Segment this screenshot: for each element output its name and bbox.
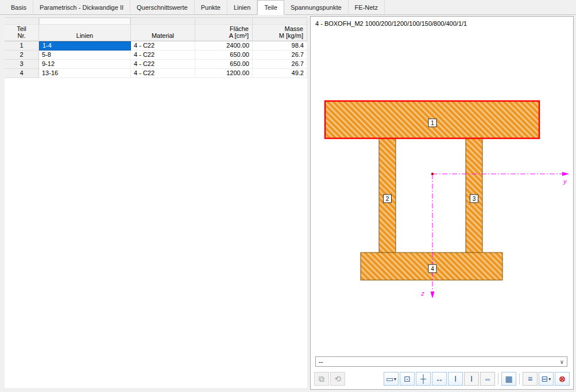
- dropdown-arrow-icon: ▾: [548, 377, 551, 382]
- zoom-all-icon: ⊗: [559, 374, 566, 383]
- row-2-masse[interactable]: 26.7: [253, 51, 307, 60]
- axis-z-arrow: [431, 292, 435, 298]
- section-drawing: y z 1 2 3 4: [311, 17, 573, 389]
- show-dimensions-button[interactable]: ↔: [432, 372, 447, 386]
- section-filled-icon: Ⅰ: [454, 374, 457, 383]
- display-properties-icon: ▭: [386, 374, 393, 383]
- axis-y-arrow: [562, 172, 569, 176]
- header-teil-nr: Teil Nr.: [5, 18, 39, 41]
- zoom-all-button[interactable]: ⊗: [555, 372, 570, 386]
- row-4-number[interactable]: 4: [5, 69, 39, 78]
- part-label-4: 4: [428, 265, 436, 273]
- tab-basis[interactable]: Basis: [5, 0, 33, 14]
- toolbar-separator: [519, 373, 520, 385]
- header-flaeche: Fläche A [cm²]: [195, 18, 253, 41]
- svg-text:3: 3: [473, 196, 476, 202]
- dropdown-arrow-icon: ▾: [394, 377, 396, 382]
- toolbar-separator: [498, 373, 498, 385]
- show-section-filled-button[interactable]: Ⅰ: [448, 372, 463, 386]
- part-label-1: 1: [428, 119, 436, 127]
- show-table-button[interactable]: ▦: [501, 372, 516, 386]
- tab-linien[interactable]: Linien: [227, 0, 257, 14]
- centroid-point: [431, 173, 434, 175]
- show-axes-button[interactable]: ┼: [416, 372, 431, 386]
- section-preview-panel: 4 - BOXOFH_M2 1000/200/1200/100/150/800/…: [310, 16, 574, 390]
- row-1-number[interactable]: 1: [5, 41, 39, 51]
- chevron-down-icon: ∨: [560, 359, 564, 365]
- table-header: Teil Nr. Linien Material Fläche A [cm²] …: [5, 17, 307, 41]
- parts-table: Teil Nr. Linien Material Fläche A [cm²] …: [5, 17, 307, 388]
- insert-joint-icon: ⟲: [334, 374, 341, 383]
- axes-icon: ┼: [420, 374, 426, 383]
- tab-spannungspunkte[interactable]: Spannungspunkte: [284, 0, 349, 14]
- svg-text:1: 1: [431, 120, 434, 126]
- tab-bar: Basis Parametrisch - Dickwandige II Quer…: [0, 0, 576, 15]
- table-row: 1 1-4 4 - C22 2400.00 98.4: [5, 41, 307, 51]
- row-2-flaeche[interactable]: 650.00: [195, 51, 253, 60]
- row-3-number[interactable]: 3: [5, 60, 39, 69]
- dimensions-icon: ↔: [435, 374, 443, 383]
- row-4-masse[interactable]: 49.2: [253, 69, 307, 78]
- save-picture-button[interactable]: ⊡: [400, 372, 415, 386]
- header-masse: Masse M [kg/m]: [253, 18, 307, 41]
- header-material: Material: [131, 18, 195, 41]
- copy-picture-icon: ⧉: [319, 374, 324, 384]
- svg-text:2: 2: [386, 196, 389, 202]
- row-1-masse[interactable]: 98.4: [253, 41, 307, 51]
- part-label-2: 2: [384, 195, 392, 203]
- value-list-icon: ≡: [528, 374, 532, 383]
- table-row: 3 9-12 4 - C22 650.00 26.7: [5, 60, 307, 69]
- table-row: 4 13-16 4 - C22 1200.00 49.2: [5, 69, 307, 78]
- row-4-linien[interactable]: 13-16: [39, 69, 131, 78]
- row-3-material[interactable]: 4 - C22: [131, 60, 195, 69]
- printer-icon: ⊟: [542, 374, 548, 383]
- section-title: 4 - BOXOFH_M2 1000/200/1200/100/150/800/…: [315, 20, 467, 27]
- print-button[interactable]: ⊟ ▾: [539, 372, 554, 386]
- tab-querschnittswerte[interactable]: Querschnittswerte: [130, 0, 195, 14]
- svg-text:4: 4: [431, 266, 434, 272]
- table-icon: ▦: [505, 374, 512, 383]
- tab-teile[interactable]: Teile: [257, 0, 284, 15]
- axis-y-label: y: [563, 178, 567, 185]
- tab-parametrisch[interactable]: Parametrisch - Dickwandige II: [33, 0, 130, 14]
- section-outline-icon: Ⅰ: [470, 374, 473, 383]
- row-1-linien[interactable]: 1-4: [39, 41, 131, 51]
- table-row: 2 5-8 4 - C22 650.00 26.7: [5, 51, 307, 60]
- row-2-linien[interactable]: 5-8: [39, 51, 131, 60]
- part-label-3: 3: [470, 195, 478, 203]
- save-picture-icon: ⊡: [404, 374, 411, 383]
- section-editor-window: Basis Parametrisch - Dickwandige II Quer…: [0, 0, 576, 392]
- header-linien: Linien: [39, 18, 131, 41]
- tab-punkte[interactable]: Punkte: [195, 0, 227, 14]
- show-weld-dimensions-button[interactable]: ⇔: [480, 372, 495, 386]
- insert-joint-button[interactable]: ⟲: [330, 372, 345, 386]
- preview-toolbar: ⧉ ⟲ ▭ ▾ ⊡ ┼ ↔ Ⅰ Ⅰ: [314, 371, 570, 386]
- axis-z-label: z: [421, 290, 425, 297]
- tab-fe-netz[interactable]: FE-Netz: [349, 0, 385, 14]
- row-2-number[interactable]: 2: [5, 51, 39, 60]
- show-section-outline-button[interactable]: Ⅰ: [464, 372, 479, 386]
- row-3-flaeche[interactable]: 650.00: [195, 60, 253, 69]
- copy-picture-button[interactable]: ⧉: [314, 372, 329, 386]
- show-value-list-button[interactable]: ≡: [523, 372, 538, 386]
- comment-dropdown[interactable]: -- ∨: [315, 356, 567, 367]
- row-4-material[interactable]: 4 - C22: [131, 69, 195, 78]
- row-2-material[interactable]: 4 - C22: [131, 51, 195, 60]
- weld-dimensions-icon: ⇔: [484, 374, 492, 383]
- row-1-flaeche[interactable]: 2400.00: [195, 41, 253, 51]
- display-properties-button[interactable]: ▭ ▾: [384, 372, 399, 386]
- row-4-flaeche[interactable]: 1200.00: [195, 69, 253, 78]
- comment-dropdown-value: --: [319, 358, 323, 365]
- row-3-linien[interactable]: 9-12: [39, 60, 131, 69]
- row-3-masse[interactable]: 26.7: [253, 60, 307, 69]
- row-1-material[interactable]: 4 - C22: [131, 41, 195, 51]
